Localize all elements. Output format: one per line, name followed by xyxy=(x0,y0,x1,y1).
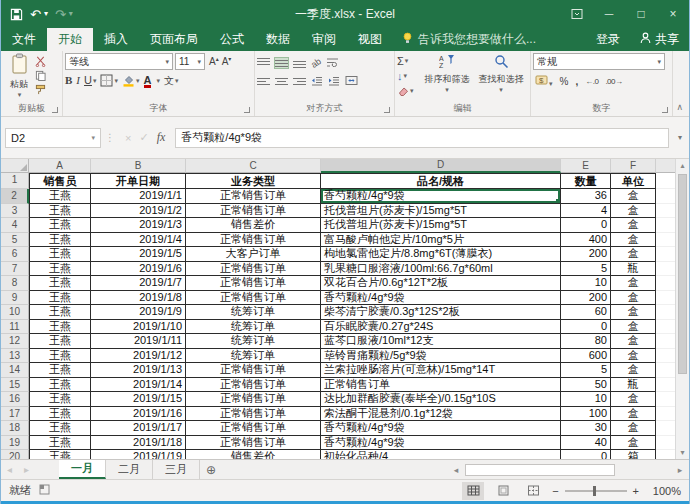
underline-button[interactable]: U▾ xyxy=(84,75,96,86)
sheet-tab-february[interactable]: 二月 xyxy=(106,460,153,479)
cell-F5[interactable]: 盒 xyxy=(611,233,656,248)
copy-icon[interactable] xyxy=(35,69,46,81)
cell-B2[interactable]: 2019/1/1 xyxy=(91,189,186,204)
cell-E8[interactable]: 10 xyxy=(561,276,611,291)
normal-view-button[interactable] xyxy=(462,482,484,500)
new-sheet-button[interactable]: ⊕ xyxy=(200,460,222,479)
cell-F2[interactable]: 盒 xyxy=(611,189,656,204)
cell-F20[interactable]: 箱 xyxy=(611,450,656,459)
scroll-down-icon[interactable]: ▾ xyxy=(681,446,685,459)
cell-E19[interactable]: 40 xyxy=(561,436,611,451)
cell-F10[interactable]: 盒 xyxy=(611,305,656,320)
cell-E18[interactable]: 30 xyxy=(561,421,611,436)
cell-F16[interactable]: 盒 xyxy=(611,392,656,407)
macro-record-icon[interactable] xyxy=(39,484,50,497)
orientation-icon[interactable]: ab xyxy=(309,56,323,70)
empty-cell-area[interactable] xyxy=(656,378,675,393)
cut-icon[interactable] xyxy=(35,55,46,67)
shrink-font-button[interactable]: A▾ xyxy=(222,55,232,67)
vertical-scrollbar[interactable]: ▴ ▾ xyxy=(675,159,689,459)
cell-C12[interactable]: 统筹订单 xyxy=(186,334,321,349)
cell-E7[interactable]: 5 xyxy=(561,262,611,277)
table-header-cell-F[interactable]: 单位 xyxy=(611,173,656,189)
cell-B12[interactable]: 2019/1/11 xyxy=(91,334,186,349)
italic-button[interactable]: I xyxy=(76,75,80,86)
enter-icon[interactable]: ✓ xyxy=(139,131,148,144)
cell-A7[interactable]: 王燕 xyxy=(29,262,91,277)
cell-E10[interactable]: 60 xyxy=(561,305,611,320)
cell-B4[interactable]: 2019/1/3 xyxy=(91,218,186,233)
cell-A15[interactable]: 王燕 xyxy=(29,378,91,393)
sheet-nav-left-icon[interactable]: ◂ xyxy=(1,460,18,479)
column-header-E[interactable]: E xyxy=(561,159,611,173)
page-break-view-button[interactable] xyxy=(522,482,544,500)
empty-cell-area[interactable] xyxy=(656,450,675,459)
cell-B14[interactable]: 2019/1/13 xyxy=(91,363,186,378)
cell-D16[interactable]: 达比加群酯胶囊(泰毕全)/0.15g*10S xyxy=(321,392,561,407)
redo-button[interactable]: ↷ xyxy=(55,8,66,21)
cell-D11[interactable]: 百乐眠胶囊/0.27g*24S xyxy=(321,320,561,335)
horizontal-scroll-thumb[interactable] xyxy=(465,464,615,476)
cell-F8[interactable]: 盒 xyxy=(611,276,656,291)
table-header-cell-D[interactable]: 品名/规格 xyxy=(321,173,561,189)
cell-B11[interactable]: 2019/1/10 xyxy=(91,320,186,335)
tab-page-layout[interactable]: 页面布局 xyxy=(139,28,209,51)
row-header-6[interactable]: 6 xyxy=(1,247,29,262)
row-header-15[interactable]: 15 xyxy=(1,378,29,393)
table-header-cell-C[interactable]: 业务类型 xyxy=(186,173,321,189)
empty-cell-area[interactable] xyxy=(656,276,675,291)
cell-D6[interactable]: 枸地氯雷他定片/8.8mg*6T(薄膜衣) xyxy=(321,247,561,262)
empty-cell-area[interactable] xyxy=(656,349,675,364)
row-header-20[interactable]: 20 xyxy=(1,450,29,459)
row-header-8[interactable]: 8 xyxy=(1,276,29,291)
cell-D7[interactable]: 乳果糖口服溶液/100ml:66.7g*60ml xyxy=(321,262,561,277)
cell-D9[interactable]: 香芍颗粒/4g*9袋 xyxy=(321,291,561,306)
empty-cell-area[interactable] xyxy=(656,421,675,436)
cell-D15[interactable]: 正常销售订单 xyxy=(321,378,561,393)
decrease-indent-icon[interactable] xyxy=(311,72,323,90)
cell-B19[interactable]: 2019/1/18 xyxy=(91,436,186,451)
share-button[interactable]: 共享 xyxy=(630,28,689,51)
qat-customize-button[interactable]: ▾ xyxy=(69,10,73,18)
name-box[interactable]: D2▾ xyxy=(5,128,101,148)
empty-cell-area[interactable] xyxy=(656,392,675,407)
number-dialog-launcher-icon[interactable] xyxy=(662,107,668,113)
phonetic-guide-button[interactable]: 文▾ xyxy=(164,76,179,86)
tab-formulas[interactable]: 公式 xyxy=(209,28,255,51)
cell-D12[interactable]: 蓝芩口服液/10ml*12支 xyxy=(321,334,561,349)
borders-button[interactable]: ▾ xyxy=(100,74,118,87)
empty-cell-area[interactable] xyxy=(656,436,675,451)
percent-style-button[interactable]: % xyxy=(560,76,569,87)
table-header-cell-A[interactable]: 销售员 xyxy=(29,173,91,189)
font-dialog-launcher-icon[interactable] xyxy=(244,107,250,113)
name-box-dropdown-icon[interactable]: ▾ xyxy=(91,134,95,142)
empty-cell-area[interactable] xyxy=(656,320,675,335)
cell-C16[interactable]: 正常销售订单 xyxy=(186,392,321,407)
sign-in-button[interactable]: 登录 xyxy=(586,28,630,51)
cell-B6[interactable]: 2019/1/5 xyxy=(91,247,186,262)
empty-cell-area[interactable] xyxy=(656,247,675,262)
cell-F6[interactable]: 盒 xyxy=(611,247,656,262)
tell-me-box[interactable]: 告诉我您想要做什么... xyxy=(393,28,545,51)
cell-C6[interactable]: 大客户订单 xyxy=(186,247,321,262)
cell-A12[interactable]: 王燕 xyxy=(29,334,91,349)
cell-A3[interactable]: 王燕 xyxy=(29,204,91,219)
row-header-18[interactable]: 18 xyxy=(1,421,29,436)
cell-A8[interactable]: 王燕 xyxy=(29,276,91,291)
fill-color-button[interactable]: ▾ xyxy=(122,74,140,87)
save-icon[interactable] xyxy=(10,8,23,21)
empty-cell-area[interactable] xyxy=(656,291,675,306)
cell-C11[interactable]: 统筹订单 xyxy=(186,320,321,335)
cell-F17[interactable]: 盒 xyxy=(611,407,656,422)
tab-file[interactable]: 文件 xyxy=(1,28,47,51)
cell-E17[interactable]: 100 xyxy=(561,407,611,422)
table-header-cell-E[interactable]: 数量 xyxy=(561,173,611,189)
zoom-out-button[interactable]: − xyxy=(552,485,558,497)
cell-B9[interactable]: 2019/1/8 xyxy=(91,291,186,306)
minimize-button[interactable]: ─ xyxy=(593,0,625,28)
column-header-B[interactable]: B xyxy=(91,159,186,173)
scroll-up-icon[interactable]: ▴ xyxy=(681,159,685,172)
empty-cell-area[interactable] xyxy=(656,407,675,422)
cell-E2[interactable]: 36 xyxy=(561,189,611,204)
zoom-in-button[interactable]: + xyxy=(633,485,639,497)
